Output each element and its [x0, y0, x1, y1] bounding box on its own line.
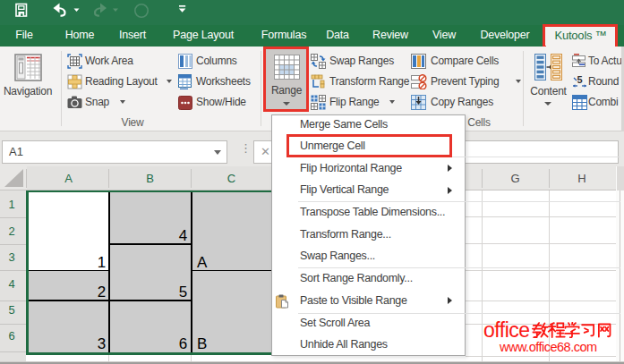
svg-text:5: 5: [577, 74, 582, 85]
